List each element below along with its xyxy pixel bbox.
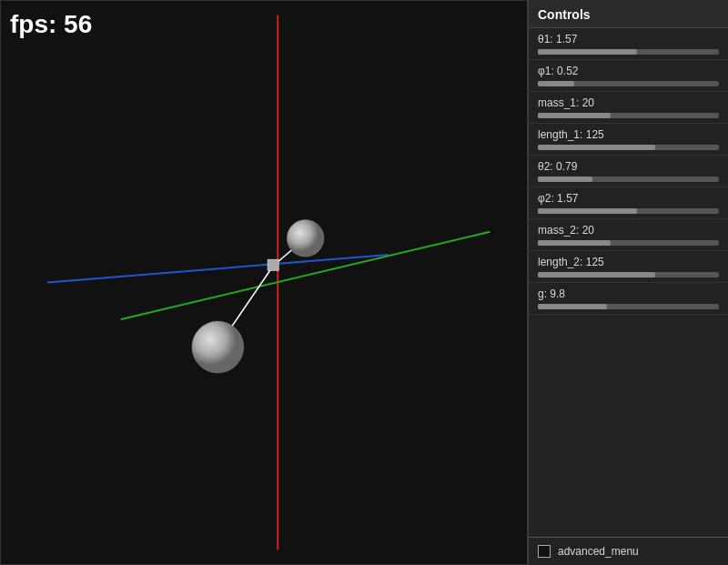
control-label-theta2: θ2: 0.79 [538, 160, 719, 173]
simulation-viewport: fps: 56 [0, 0, 528, 565]
svg-rect-0 [1, 15, 527, 550]
control-label-mass2: mass_2: 20 [538, 224, 719, 237]
slider-fill-phi2 [538, 208, 637, 214]
fps-counter: fps: 56 [10, 10, 92, 39]
control-label-phi1: φ1: 0.52 [538, 65, 719, 77]
advanced-menu-row[interactable]: advanced_menu [529, 537, 728, 565]
svg-point-8 [192, 321, 244, 373]
control-row-phi1: φ1: 0.52 [529, 60, 728, 92]
slider-fill-length1 [538, 145, 655, 150]
slider-track-length2[interactable] [538, 272, 719, 277]
slider-track-length1[interactable] [538, 145, 719, 150]
slider-fill-mass2 [538, 240, 611, 246]
control-row-theta2: θ2: 0.79 [529, 156, 728, 187]
slider-fill-theta2 [538, 177, 592, 182]
control-label-g: g: 9.8 [538, 288, 719, 300]
slider-track-mass1[interactable] [538, 113, 719, 118]
advanced-menu-label: advanced_menu [558, 545, 639, 558]
control-label-mass1: mass_1: 20 [538, 96, 719, 109]
control-row-mass2: mass_2: 20 [529, 219, 728, 251]
slider-track-phi2[interactable] [538, 208, 719, 214]
control-row-g: g: 9.8 [529, 283, 728, 315]
controls-panel: Controls θ1: 1.57φ1: 0.52mass_1: 20lengt… [528, 0, 728, 565]
advanced-menu-checkbox[interactable] [538, 545, 551, 558]
params-container: θ1: 1.57φ1: 0.52mass_1: 20length_1: 125θ… [529, 28, 728, 315]
control-label-theta1: θ1: 1.57 [538, 33, 719, 45]
slider-fill-phi1 [538, 81, 574, 86]
slider-track-theta2[interactable] [538, 177, 719, 182]
control-row-theta1: θ1: 1.57 [529, 28, 728, 60]
svg-rect-6 [268, 259, 278, 270]
slider-track-mass2[interactable] [538, 240, 719, 246]
controls-title: Controls [529, 0, 728, 28]
control-label-length2: length_2: 125 [538, 256, 719, 268]
control-row-phi2: φ2: 1.57 [529, 187, 728, 219]
slider-track-phi1[interactable] [538, 81, 719, 86]
slider-fill-length2 [538, 272, 655, 277]
slider-fill-g [538, 304, 607, 309]
control-label-phi2: φ2: 1.57 [538, 192, 719, 205]
slider-fill-theta1 [538, 49, 637, 55]
slider-fill-mass1 [538, 113, 611, 118]
svg-point-7 [287, 220, 324, 257]
simulation-canvas [1, 1, 527, 564]
control-row-mass1: mass_1: 20 [529, 92, 728, 124]
control-row-length1: length_1: 125 [529, 124, 728, 156]
control-label-length1: length_1: 125 [538, 128, 719, 141]
slider-track-g[interactable] [538, 304, 719, 309]
slider-track-theta1[interactable] [538, 49, 719, 55]
control-row-length2: length_2: 125 [529, 251, 728, 283]
